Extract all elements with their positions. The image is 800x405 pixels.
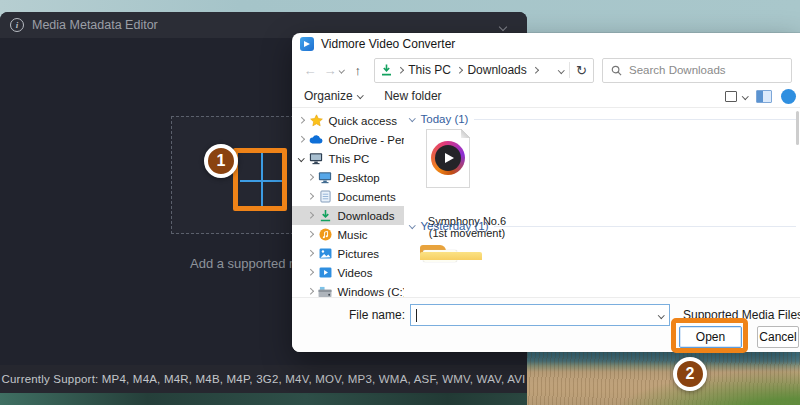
media-play-icon xyxy=(431,141,465,175)
search-input[interactable] xyxy=(629,64,783,76)
forward-icon[interactable]: → xyxy=(320,63,340,78)
file-name-dropdown-icon[interactable] xyxy=(658,312,664,318)
expand-icon[interactable] xyxy=(307,174,313,180)
sidebar-item-onedrive[interactable]: OneDrive - Person xyxy=(292,130,404,149)
back-icon[interactable]: ← xyxy=(300,63,320,78)
sidebar-item-desktop[interactable]: Desktop xyxy=(292,168,404,187)
page-fold xyxy=(461,129,470,138)
file-open-dialog: Vidmore Video Converter ← → ↑ This PC Do… xyxy=(292,33,800,352)
step-1-badge: 1 xyxy=(204,144,238,178)
sidebar-item-music[interactable]: Music xyxy=(292,225,404,244)
file-list: Today (1) Symphony No.6 (1st movement) Y… xyxy=(408,106,800,297)
expand-icon[interactable] xyxy=(307,231,313,237)
group-collapse-icon[interactable] xyxy=(409,115,415,121)
sidebar-item-label: Pictures xyxy=(338,248,380,260)
expand-icon[interactable] xyxy=(307,193,313,199)
breadcrumb-this-pc[interactable]: This PC xyxy=(408,63,451,77)
pc-icon xyxy=(309,152,324,165)
sidebar-item-label: Downloads xyxy=(338,210,395,222)
music-icon xyxy=(318,228,333,241)
new-folder-button[interactable]: New folder xyxy=(384,89,441,103)
info-icon: i xyxy=(10,18,24,32)
sidebar-item-videos[interactable]: Videos xyxy=(292,263,404,282)
folder-icon xyxy=(420,254,482,292)
organize-button[interactable]: Organize xyxy=(304,89,362,103)
supported-formats-text: Currently Support: MP4, M4A, M4R, M4B, M… xyxy=(2,373,526,385)
up-icon[interactable]: ↑ xyxy=(348,63,368,78)
sidebar-item-downloads[interactable]: Downloads xyxy=(292,206,404,225)
desktop-wallpaper-photo xyxy=(527,348,800,405)
preview-pane-icon[interactable] xyxy=(756,90,772,103)
expand-icon[interactable] xyxy=(298,117,304,123)
sidebar-item-label: Videos xyxy=(338,267,373,279)
desktop-icon xyxy=(318,171,333,184)
search-icon xyxy=(611,65,622,76)
drive-icon xyxy=(318,286,333,298)
group-header-today[interactable]: Today (1) xyxy=(410,112,796,126)
file-name-label: File name: xyxy=(332,308,405,322)
organize-label: Organize xyxy=(304,89,353,103)
toolbar-right-icons xyxy=(725,89,789,104)
downloads-icon xyxy=(381,64,392,76)
cloud-icon xyxy=(309,135,324,144)
navigation-bar: ← → ↑ This PC Downloads ↻ xyxy=(292,55,800,85)
collapse-icon[interactable] xyxy=(298,155,304,161)
group-label: Today (1) xyxy=(421,113,469,125)
breadcrumb-separator-icon xyxy=(532,67,538,73)
sidebar-item-quick-access[interactable]: Quick access xyxy=(292,111,404,130)
expand-icon[interactable] xyxy=(307,288,313,294)
address-bar[interactable]: This PC Downloads ↻ xyxy=(374,58,594,83)
cancel-button[interactable]: Cancel xyxy=(757,326,799,348)
thumbnail-view-icon[interactable] xyxy=(725,91,737,102)
highlight-rect-step2 xyxy=(671,318,748,353)
screenshot-root: i Media Metadata Editor Add a supported … xyxy=(0,0,800,405)
sidebar-item-label: Desktop xyxy=(338,172,380,184)
dialog-title: Vidmore Video Converter xyxy=(321,37,455,51)
pictures-icon xyxy=(318,248,333,259)
sidebar-item-label: This PC xyxy=(329,153,370,165)
group-rule xyxy=(494,226,796,227)
group-header-yesterday[interactable]: Yesterday (1) xyxy=(410,219,796,233)
text-caret xyxy=(416,309,417,322)
group-collapse-icon[interactable] xyxy=(409,222,415,228)
step-2-badge: 2 xyxy=(673,357,707,391)
address-divider xyxy=(569,62,570,78)
expand-icon[interactable] xyxy=(298,136,304,142)
dialog-sidebar: Quick access OneDrive - Person This PC xyxy=(292,108,404,297)
group-label: Yesterday (1) xyxy=(421,220,489,232)
download-icon xyxy=(318,209,333,222)
expand-icon[interactable] xyxy=(307,250,313,256)
file-name-input[interactable] xyxy=(411,305,659,325)
star-icon xyxy=(309,114,324,127)
vidmore-logo-icon xyxy=(300,37,314,51)
expand-icon[interactable] xyxy=(307,269,313,275)
address-dropdown-icon[interactable] xyxy=(558,67,564,73)
sidebar-item-label: Windows (C:) xyxy=(338,286,405,298)
highlight-rect-step1 xyxy=(233,148,287,211)
drop-hint-text: Add a supported me xyxy=(190,256,307,271)
file-item-video[interactable]: Symphony No.6 (1st movement) xyxy=(426,129,470,188)
sidebar-item-label: OneDrive - Person xyxy=(329,134,405,146)
view-dropdown-icon[interactable] xyxy=(742,93,748,99)
breadcrumb-separator-icon xyxy=(456,67,462,73)
sidebar-item-documents[interactable]: Documents xyxy=(292,187,404,206)
sidebar-item-this-pc[interactable]: This PC xyxy=(292,149,404,168)
breadcrumb-downloads[interactable]: Downloads xyxy=(467,63,526,77)
file-item-folder[interactable] xyxy=(420,245,482,292)
expand-icon[interactable] xyxy=(307,212,313,218)
history-chevron-icon[interactable] xyxy=(339,67,345,73)
dialog-titlebar: Vidmore Video Converter xyxy=(292,33,800,55)
group-rule xyxy=(474,119,796,120)
sidebar-item-pictures[interactable]: Pictures xyxy=(292,244,404,263)
dialog-toolbar: Organize New folder xyxy=(292,85,800,107)
search-box[interactable] xyxy=(602,58,792,83)
desktop-wallpaper-strip xyxy=(0,393,527,405)
app-title: Media Metadata Editor xyxy=(32,18,158,32)
refresh-icon[interactable]: ↻ xyxy=(576,63,587,78)
sidebar-item-label: Documents xyxy=(338,191,396,203)
videos-icon xyxy=(318,267,333,278)
help-icon[interactable] xyxy=(781,89,796,104)
chevron-down-icon xyxy=(357,92,363,98)
breadcrumb-separator-icon xyxy=(397,67,403,73)
sidebar-item-label: Music xyxy=(338,229,368,241)
